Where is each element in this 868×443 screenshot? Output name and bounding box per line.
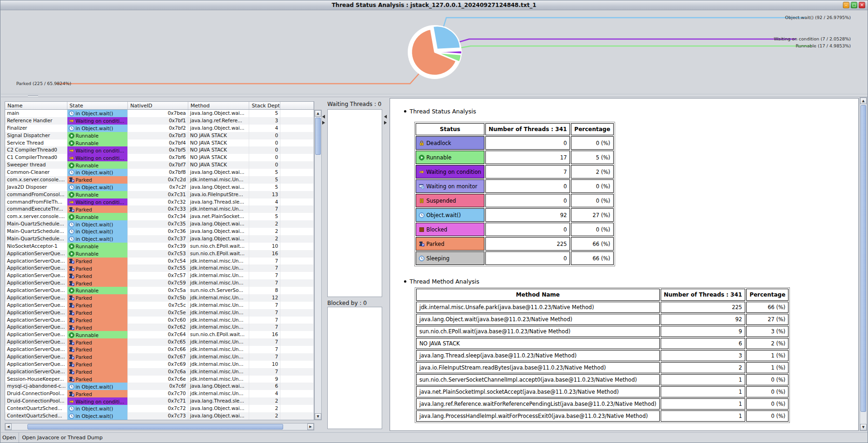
table-row[interactable]: commandFromConsol... Runnable0x7c31java.…: [5, 191, 314, 198]
table-row[interactable]: ApplicationServerQue... Runnable0x7c53su…: [5, 250, 314, 258]
status-row[interactable]: Object.wait()9227 (%): [416, 208, 614, 222]
arrow-right-icon: [69, 118, 74, 124]
method-row[interactable]: java.net.PlainSocketImpl.socketAccept(ja…: [416, 386, 788, 397]
table-row[interactable]: ApplicationServerQue... PParked0x7c6ajdk…: [5, 368, 314, 376]
status-row[interactable]: Suspended00 (%): [416, 194, 614, 207]
table-row[interactable]: ApplicationServerQue... PParked0x7c69jdk…: [5, 361, 314, 368]
table-row[interactable]: Service Thread Runnable0x7bf4NO JAVA STA…: [5, 139, 314, 147]
scroll-up-button[interactable]: ▲: [315, 110, 321, 117]
table-row[interactable]: ApplicationServerQue... PParked0x7c60jdk…: [5, 317, 314, 324]
status-row[interactable]: Waiting on monitor00 (%): [416, 179, 614, 193]
table-row[interactable]: Main-QuartzSchedule... in Object.wait()0…: [5, 228, 314, 235]
scroll-right-button[interactable]: ▶: [307, 423, 314, 430]
table-row[interactable]: ApplicationServerQue... PParked0x7c54jdk…: [5, 258, 314, 265]
table-row[interactable]: Main-QuartzSchedule... in Object.wait()0…: [5, 220, 314, 228]
scroll-left-button[interactable]: ◀: [5, 423, 12, 430]
thread-name-cell: ApplicationServerQue...: [5, 264, 67, 272]
table-row[interactable]: C1 CompilerThread0 Waiting on conditi...…: [5, 154, 314, 161]
vscroll-thumb[interactable]: [315, 118, 321, 155]
split-expand-right-icon[interactable]: [322, 121, 325, 125]
filler-cell: [280, 287, 314, 294]
method-row[interactable]: java.lang.ProcessHandleImpl.waitForProce…: [416, 410, 788, 422]
split-collapse-left-icon[interactable]: [322, 115, 325, 119]
scroll-down-button[interactable]: ▼: [315, 413, 321, 420]
table-row[interactable]: ApplicationServerQue... PParked0x7c67jdk…: [5, 353, 314, 361]
table-row[interactable]: ApplicationServerQue... PParked0x7c5cjdk…: [5, 302, 314, 309]
table-row[interactable]: ApplicationServerQue... PParked0x7c62jdk…: [5, 324, 314, 331]
split-expand-right2-icon[interactable]: [384, 121, 387, 125]
table-row[interactable]: NioSocketAcceptor-1 Runnable0x7c39sun.ni…: [5, 243, 314, 250]
table-row[interactable]: ContextQuartzSched... in Object.wait()0x…: [5, 405, 314, 412]
table-row[interactable]: ApplicationServerQue... Runnable0x7c64su…: [5, 331, 314, 338]
table-row[interactable]: commandExecuteThr... PParked0x7c33jdk.in…: [5, 205, 314, 213]
table-row[interactable]: ApplicationServerQue... PParked0x7c55jdk…: [5, 264, 314, 272]
split-collapse-left2-icon[interactable]: [384, 115, 387, 119]
waiting-threads-list[interactable]: [327, 109, 382, 297]
method-row[interactable]: java.io.FileInputStream.readBytes(java.b…: [416, 362, 788, 373]
table-row[interactable]: Common-Cleaner in Object.wait()0x7bf8jav…: [5, 169, 314, 176]
analysis-vscrollbar[interactable]: ▲ ▼: [860, 97, 867, 431]
table-row[interactable]: Druid-ConnectionPool... PParked0x7c70jdk…: [5, 390, 314, 397]
close-button[interactable]: ✕: [859, 2, 865, 8]
table-row[interactable]: Reference Handler Waiting on conditi...0…: [5, 117, 314, 125]
method-row[interactable]: jdk.internal.misc.Unsafe.park(java.base@…: [416, 302, 788, 313]
status-row[interactable]: Sleeping066 (%): [416, 251, 614, 265]
hscroll-thumb[interactable]: [27, 424, 283, 430]
method-cell: jdk.internal.misc.Un...: [188, 279, 250, 287]
method-row[interactable]: sun.nio.ch.EPoll.wait(java.base@11.0.23/…: [416, 326, 788, 337]
table-row[interactable]: ApplicationServerQue... PParked0x7c57jdk…: [5, 272, 314, 279]
column-header-state[interactable]: State: [67, 102, 128, 109]
analysis-scroll-up-button[interactable]: ▲: [860, 98, 867, 104]
method-row[interactable]: java.lang.Thread.sleep(java.base@11.0.23…: [416, 350, 788, 361]
table-row[interactable]: Java2D Disposer in Object.wait()0x7c2fja…: [5, 184, 314, 191]
status-row[interactable]: Runnable175 (%): [416, 151, 614, 164]
table-row[interactable]: mysql-cj-abandoned-c... in Object.wait()…: [5, 383, 314, 390]
method-row[interactable]: NO JAVA STACK62 (%): [416, 338, 788, 349]
native-id-cell: 0x7c67: [128, 353, 188, 361]
table-row[interactable]: ApplicationServerQue... PParked0x7c65jdk…: [5, 338, 314, 346]
method-row[interactable]: sun.nio.ch.ServerSocketChannelImpl.accep…: [416, 374, 788, 385]
table-row[interactable]: ApplicationServerQue... PParked0x7c5bjdk…: [5, 294, 314, 302]
status-row[interactable]: Deadlock00 (%): [416, 136, 614, 150]
table-row[interactable]: Druid-ConnectionPool... Waiting on condi…: [5, 397, 314, 405]
column-header-name[interactable]: Name: [5, 102, 67, 109]
table-row[interactable]: commandFromFileTh... Waiting on conditi.…: [5, 198, 314, 206]
column-header-method[interactable]: Method: [188, 102, 250, 109]
filler-cell: [280, 132, 314, 139]
table-row[interactable]: Signal Dispatcher Runnable0x7bf3NO JAVA …: [5, 132, 314, 139]
method-row[interactable]: java.lang.Object.wait(java.base@11.0.23/…: [416, 314, 788, 325]
column-header-stack-depth[interactable]: Stack Depth: [249, 102, 280, 109]
blocked-by-list[interactable]: [327, 307, 382, 429]
method-row[interactable]: java.lang.ref.Reference.waitForReference…: [416, 398, 788, 410]
table-row[interactable]: ApplicationServerQue... PParked0x7c5ejdk…: [5, 309, 314, 317]
table-row[interactable]: Main-QuartzSchedule... in Object.wait()0…: [5, 235, 314, 243]
horizontal-splitter[interactable]: [1, 94, 868, 97]
analysis-vscroll-thumb[interactable]: [861, 105, 866, 412]
table-row[interactable]: Sweeper thread Runnable0x7bf7NO JAVA STA…: [5, 161, 314, 169]
table-row[interactable]: C2 CompilerThread0 Waiting on conditi...…: [5, 146, 314, 154]
table-row[interactable]: ApplicationServerQue... PParked0x7c59jdk…: [5, 279, 314, 287]
analysis-scroll-down-button[interactable]: ▼: [860, 424, 867, 430]
table-row[interactable]: com.x.server.console.... PParked0x7c2djd…: [5, 176, 314, 184]
thread-table-vscrollbar[interactable]: ▲ ▼: [314, 110, 322, 420]
column-header-nativeid[interactable]: NativeID: [128, 102, 188, 109]
table-row[interactable]: com.x.server.console.... Runnable0x7c34j…: [5, 213, 314, 220]
table-row[interactable]: ApplicationServerQue... PParked0x7c66jdk…: [5, 346, 314, 353]
minimize-button[interactable]: –: [843, 2, 849, 8]
table-row[interactable]: ContextQuartzSched... in Object.wait()0x…: [5, 412, 314, 420]
table-row[interactable]: Finalizer in Object.wait()0x7bf2java.lan…: [5, 125, 314, 132]
pie-slice-object-wait[interactable]: [433, 26, 460, 49]
title-bar[interactable]: Thread Status Analysis : jstack_127.0.0.…: [0, 0, 868, 10]
table-row[interactable]: main in Object.wait()0x7beajava.lang.Obj…: [5, 110, 314, 117]
splitter-grip[interactable]: [28, 95, 38, 97]
maximize-button[interactable]: ▢: [851, 2, 857, 8]
table-row[interactable]: Session-HouseKeeper... PParked0x7c6ejdk.…: [5, 376, 314, 383]
thread-table-header[interactable]: NameStateNativeIDMethodStack Depth: [5, 101, 314, 110]
status-row[interactable]: Blocked00 (%): [416, 223, 614, 236]
status-row[interactable]: PParked22566 (%): [416, 237, 614, 251]
table-row[interactable]: ApplicationServerQue... Runnable0x7c5asu…: [5, 287, 314, 294]
thread-table-hscrollbar[interactable]: ◀ ▶: [5, 423, 314, 430]
method-count-cell: 2: [661, 362, 745, 373]
thread-name-cell: ApplicationServerQue...: [5, 250, 67, 258]
status-row[interactable]: Waiting on condition72 (%): [416, 165, 614, 179]
